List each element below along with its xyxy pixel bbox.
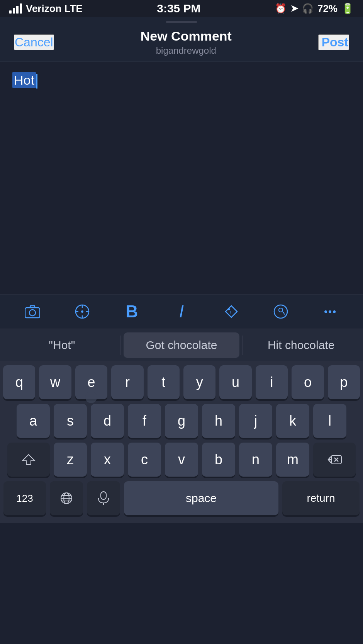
key-d[interactable]: d xyxy=(91,404,124,438)
battery-icon: 🔋 xyxy=(341,3,354,15)
selected-text: Hot xyxy=(12,72,36,88)
compass-button[interactable] xyxy=(71,300,94,323)
key-x[interactable]: x xyxy=(91,443,124,477)
carrier-info: Verizon LTE xyxy=(9,3,83,15)
system-icons: ⏰ ➤ 🎧 72% 🔋 xyxy=(275,3,354,15)
key-p[interactable]: p xyxy=(328,365,360,399)
shift-key[interactable] xyxy=(7,443,50,477)
headphone-icon: 🎧 xyxy=(302,3,314,14)
key-123[interactable]: 123 xyxy=(3,481,46,515)
nav-title-text: New Comment xyxy=(141,29,232,44)
key-n[interactable]: n xyxy=(239,443,272,477)
alarm-icon: ⏰ xyxy=(275,3,287,14)
comment-text: Hot xyxy=(12,73,37,87)
key-u[interactable]: u xyxy=(219,365,251,399)
italic-button[interactable]: I xyxy=(170,300,193,323)
nav-username: bigandrewgold xyxy=(141,45,232,56)
autocomplete-center[interactable]: Got chocolate xyxy=(124,332,240,358)
autocomplete-left[interactable]: "Hot" xyxy=(4,332,120,358)
return-key[interactable]: return xyxy=(282,481,360,515)
cancel-button[interactable]: Cancel xyxy=(14,34,54,50)
key-g[interactable]: g xyxy=(165,404,198,438)
key-v[interactable]: v xyxy=(165,443,198,477)
key-b[interactable]: b xyxy=(202,443,235,477)
battery-percent: 72% xyxy=(317,3,338,15)
key-r[interactable]: r xyxy=(111,365,143,399)
autocomplete-divider-left xyxy=(120,336,120,355)
location-icon: ➤ xyxy=(290,3,298,14)
key-o[interactable]: o xyxy=(292,365,324,399)
autocomplete-right[interactable]: Hit chocolate xyxy=(243,332,359,358)
text-cursor xyxy=(36,74,37,89)
format-toolbar: B I r ••• xyxy=(0,294,363,329)
keyboard-row-1: q w e r t y u i o p xyxy=(3,365,360,399)
keyboard-row-2: a s d f g h j k l xyxy=(3,404,360,438)
key-q[interactable]: q xyxy=(3,365,35,399)
camera-button[interactable] xyxy=(21,300,44,323)
key-y[interactable]: y xyxy=(183,365,215,399)
key-m[interactable]: m xyxy=(276,443,309,477)
key-h[interactable]: h xyxy=(202,404,235,438)
svg-rect-20 xyxy=(101,492,106,499)
carrier-text: Verizon LTE xyxy=(26,3,83,15)
keyboard-row-bottom: 123 space return xyxy=(3,481,360,515)
key-e[interactable]: e xyxy=(75,365,107,399)
key-f[interactable]: f xyxy=(128,404,161,438)
svg-point-3 xyxy=(81,310,83,313)
bold-button[interactable]: B xyxy=(120,300,143,323)
mic-key[interactable] xyxy=(87,481,120,515)
globe-key[interactable] xyxy=(50,481,83,515)
signal-icon xyxy=(9,3,22,14)
key-s[interactable]: s xyxy=(54,404,87,438)
key-t[interactable]: t xyxy=(148,365,180,399)
key-l[interactable]: l xyxy=(313,404,346,438)
status-bar: Verizon LTE 3:35 PM ⏰ ➤ 🎧 72% 🔋 xyxy=(0,0,363,17)
mention-button[interactable] xyxy=(269,300,292,323)
svg-text:r: r xyxy=(230,309,232,315)
svg-marker-11 xyxy=(22,455,35,465)
key-z[interactable]: z xyxy=(54,443,87,477)
key-w[interactable]: w xyxy=(39,365,71,399)
autocomplete-bar: "Hot" Got chocolate Hit chocolate xyxy=(0,329,363,361)
more-button[interactable]: ••• xyxy=(319,300,342,323)
key-a[interactable]: a xyxy=(17,404,50,438)
post-button[interactable]: Post xyxy=(318,34,349,50)
keyboard-row-3: z x c v b n m xyxy=(3,443,360,477)
time-display: 3:35 PM xyxy=(157,2,200,15)
nav-title: New Comment bigandrewgold xyxy=(141,29,232,56)
backspace-key[interactable] xyxy=(313,443,356,477)
nav-bar: Cancel New Comment bigandrewgold Post xyxy=(0,23,363,62)
key-j[interactable]: j xyxy=(239,404,272,438)
space-key[interactable]: space xyxy=(124,481,278,515)
tag-button[interactable]: r xyxy=(220,300,243,323)
key-k[interactable]: k xyxy=(276,404,309,438)
comment-area[interactable]: Hot xyxy=(0,62,363,294)
key-i[interactable]: i xyxy=(256,365,288,399)
drag-handle xyxy=(166,21,197,23)
key-c[interactable]: c xyxy=(128,443,161,477)
keyboard: q w e r t y u i o p a s d f g h j k l z … xyxy=(0,361,363,523)
svg-point-1 xyxy=(29,310,36,316)
svg-point-8 xyxy=(228,308,230,310)
